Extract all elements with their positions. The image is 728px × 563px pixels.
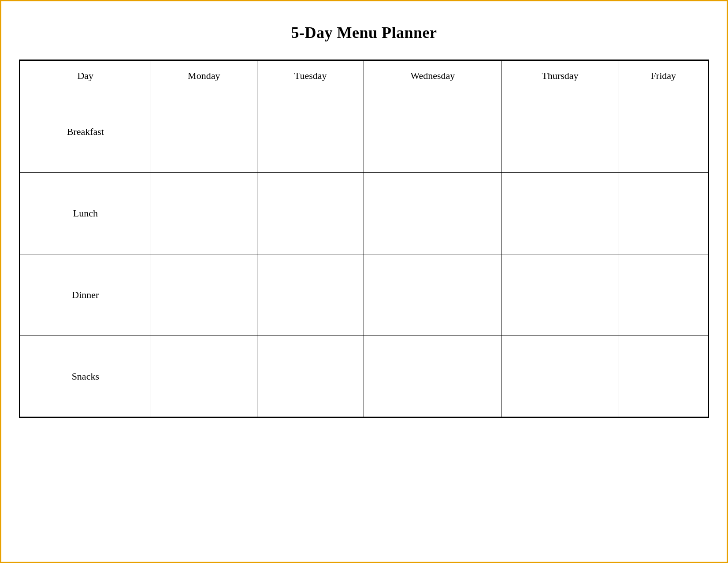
cell-snacks-thursday[interactable] [501,336,619,418]
cell-dinner-monday[interactable] [151,254,257,336]
col-header-wednesday: Wednesday [364,60,501,91]
cell-lunch-tuesday[interactable] [257,173,364,254]
meal-label-breakfast: Breakfast [20,91,151,173]
col-header-friday: Friday [619,60,708,91]
cell-lunch-wednesday[interactable] [364,173,501,254]
col-header-thursday: Thursday [501,60,619,91]
cell-dinner-friday[interactable] [619,254,708,336]
cell-lunch-monday[interactable] [151,173,257,254]
cell-snacks-tuesday[interactable] [257,336,364,418]
cell-breakfast-tuesday[interactable] [257,91,364,173]
table-row: Breakfast [20,91,709,173]
table-row: Snacks [20,336,709,418]
cell-breakfast-thursday[interactable] [501,91,619,173]
meal-label-dinner: Dinner [20,254,151,336]
cell-lunch-thursday[interactable] [501,173,619,254]
col-header-day: Day [20,60,151,91]
col-header-monday: Monday [151,60,257,91]
cell-breakfast-friday[interactable] [619,91,708,173]
cell-breakfast-wednesday[interactable] [364,91,501,173]
table-row: Lunch [20,173,709,254]
meal-label-snacks: Snacks [20,336,151,418]
cell-dinner-tuesday[interactable] [257,254,364,336]
meal-label-lunch: Lunch [20,173,151,254]
cell-snacks-monday[interactable] [151,336,257,418]
planner-table: Day Monday Tuesday Wednesday Thursday Fr… [19,60,709,418]
page-title: 5-Day Menu Planner [291,23,437,42]
cell-dinner-wednesday[interactable] [364,254,501,336]
cell-snacks-friday[interactable] [619,336,708,418]
cell-snacks-wednesday[interactable] [364,336,501,418]
cell-breakfast-monday[interactable] [151,91,257,173]
header-row: Day Monday Tuesday Wednesday Thursday Fr… [20,60,709,91]
cell-lunch-friday[interactable] [619,173,708,254]
cell-dinner-thursday[interactable] [501,254,619,336]
table-row: Dinner [20,254,709,336]
col-header-tuesday: Tuesday [257,60,364,91]
